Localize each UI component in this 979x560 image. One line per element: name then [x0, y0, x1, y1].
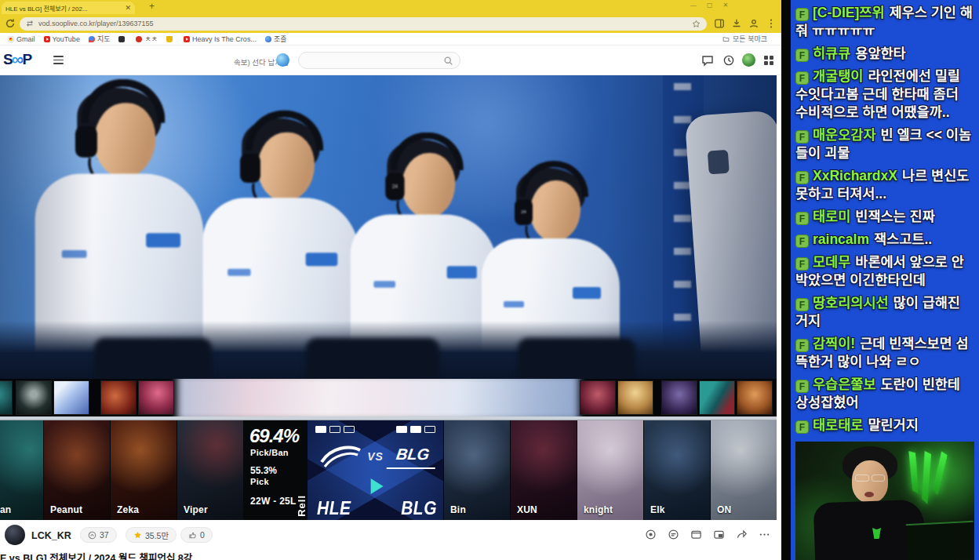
bookmarks-bar: Gmail YouTube 지도 ㅊㅊ Heavy Is The Cros...…: [0, 33, 781, 45]
champion-card: ON: [711, 420, 777, 520]
dark-favicon: [118, 36, 125, 42]
star-count-badge[interactable]: 35.5만: [126, 527, 177, 543]
bookmark-gmail[interactable]: Gmail: [8, 35, 35, 43]
monster-logo-icon: [906, 450, 948, 507]
streamer-mouth: [864, 492, 874, 497]
gmail-icon: [8, 36, 14, 42]
browser-window: HLE vs BLG] 전체보기 / 202... ✕ + — ▢ ✕ vod.…: [0, 0, 781, 560]
champion-ban-thumb: [617, 380, 653, 415]
more-icon[interactable]: [759, 529, 770, 540]
bookmark-maps[interactable]: 지도: [89, 34, 111, 44]
infinity-mark: ∞: [12, 53, 24, 67]
thumbs-up-icon: [188, 531, 197, 540]
fan-badge-icon: F: [795, 420, 809, 434]
bookmark-heavy[interactable]: Heavy Is The Cros...: [184, 35, 257, 43]
chat-message: F[C-DIE]쯔위제우스 기인 해줘 ㅠㅠㅠㅠㅠ: [795, 4, 974, 40]
bookmark-youtube[interactable]: YouTube: [44, 35, 80, 43]
bookmark-red-site[interactable]: ㅊㅊ: [136, 34, 158, 44]
youtube-icon: [184, 36, 190, 42]
bookmark-dark-site[interactable]: [118, 36, 127, 42]
chat-text: 빈잭스는 진짜: [855, 209, 934, 224]
bookmark-trophy-site[interactable]: [166, 36, 175, 42]
player-name: Elk: [650, 504, 665, 515]
reload-icon[interactable]: [5, 18, 16, 29]
browser-toolbar: vod.sooplive.co.kr/player/139637155: [0, 14, 781, 33]
player-name: Bin: [450, 504, 466, 515]
bookmark-globe-site[interactable]: 조즐: [265, 34, 287, 44]
theater-mode-icon[interactable]: [690, 529, 702, 540]
apps-grid-icon[interactable]: [762, 54, 775, 67]
champion-card: Elk: [644, 420, 710, 520]
url-text[interactable]: vod.sooplive.co.kr/player/139637155: [38, 20, 692, 27]
tab-close-icon[interactable]: ✕: [125, 4, 131, 12]
chat-username: XxRichardxX: [813, 168, 897, 184]
all-bookmarks-button[interactable]: 모든 북마크: [722, 34, 773, 44]
champion-name: Rell: [296, 495, 308, 517]
play-button-icon[interactable]: [370, 478, 383, 494]
minimize-icon[interactable]: —: [690, 2, 697, 9]
captions-icon[interactable]: [668, 529, 679, 540]
pick-overlay: an Peanut Zeka Viper 69.4% Pick/Ban 55.3…: [0, 420, 777, 520]
site-info-icon[interactable]: [26, 20, 34, 27]
soop-logo[interactable]: S∞P: [3, 51, 31, 68]
like-count-badge[interactable]: 0: [180, 527, 213, 543]
glasses: [855, 475, 885, 482]
pip-icon[interactable]: [713, 529, 725, 540]
history-icon[interactable]: [722, 54, 735, 67]
champion-stats-panel: 69.4% Pick/Ban 55.3% Pick 22W - 25L Rell: [244, 420, 308, 520]
browser-tab[interactable]: HLE vs BLG] 전체보기 / 202... ✕: [2, 2, 135, 14]
chat-message: F개굴탱이라인전에선 밀릴 수잇다고봄 근데 한타때 좀더 수비적으로 하면 어…: [795, 67, 974, 122]
channel-avatar[interactable]: [5, 525, 25, 545]
up-count-badge[interactable]: 37: [80, 527, 117, 543]
vs-panel: VS BLG HLE BLG: [308, 420, 443, 520]
breaking-news-avatar[interactable]: [276, 53, 289, 67]
fan-badge-icon: F: [795, 235, 809, 248]
maximize-icon[interactable]: ▢: [707, 2, 713, 9]
chat-username: raincalm: [813, 231, 869, 247]
close-icon[interactable]: ✕: [723, 2, 729, 9]
champion-card: Bin: [444, 420, 510, 520]
player-name: Peanut: [50, 504, 82, 515]
chat-message: F태로태로말린거지: [795, 416, 974, 435]
champion-card: Peanut: [44, 420, 110, 520]
user-avatar[interactable]: [742, 53, 755, 67]
player-name: Zeka: [117, 504, 139, 515]
fan-badge-icon: F: [795, 380, 809, 393]
channel-name[interactable]: LCK_KR: [31, 530, 71, 541]
profile-icon[interactable]: [748, 18, 759, 29]
chat-text: 용앞한타: [855, 45, 905, 61]
chat-username: 우습은쭐보: [813, 376, 876, 392]
window-controls: — ▢ ✕: [690, 2, 728, 9]
up-icon: [88, 531, 96, 540]
chat-message: FXxRichardxX나르 변신도 못하고 터져서...: [795, 167, 974, 203]
pickban-value: 69.4%: [244, 420, 308, 447]
champion-card: Viper: [177, 420, 243, 520]
player-name: XUN: [517, 504, 537, 515]
champion-card: Zeka: [111, 420, 177, 520]
url-bar[interactable]: vod.sooplive.co.kr/player/139637155: [20, 17, 707, 31]
search-icon[interactable]: [443, 56, 453, 66]
video-player[interactable]: 24 24: [0, 75, 777, 520]
search-input[interactable]: [305, 56, 443, 65]
fan-badge-icon: F: [795, 130, 809, 144]
fan-badge-icon: F: [795, 212, 809, 225]
menu-dots-icon[interactable]: [766, 18, 777, 29]
video-action-icons: [645, 529, 770, 540]
chat-username: 태로태로: [813, 417, 863, 433]
hamburger-menu-icon[interactable]: [53, 56, 64, 64]
champion-card: an: [0, 420, 43, 520]
soop-header: S∞P 속보) 선다 납치됨: [0, 45, 781, 75]
champion-ban-thumb: [16, 380, 52, 415]
desk-equipment: [306, 338, 439, 379]
search-bar[interactable]: [298, 52, 460, 69]
player-name: an: [0, 504, 11, 515]
chat-message: F히큐큐용앞한타: [795, 45, 974, 63]
record-icon[interactable]: [645, 529, 657, 540]
message-bubble-icon[interactable]: [701, 54, 714, 67]
side-panel-icon[interactable]: [714, 18, 725, 29]
share-icon[interactable]: [736, 529, 748, 540]
streamer-webcam: [795, 442, 974, 560]
bookmark-star-icon[interactable]: [692, 20, 701, 28]
new-tab-icon[interactable]: +: [149, 1, 155, 12]
cast-icon[interactable]: [731, 18, 742, 29]
